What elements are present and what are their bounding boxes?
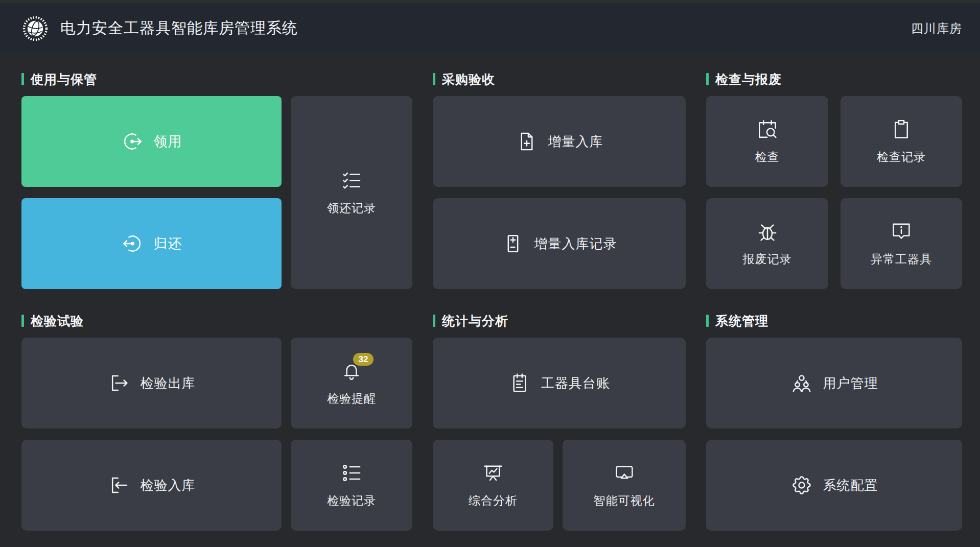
smart-visualization-card[interactable]: 智能可视化: [563, 440, 686, 531]
card-label: 检验记录: [327, 493, 376, 509]
checkout-button[interactable]: 领用: [21, 96, 282, 187]
section-header: 系统管理: [706, 313, 962, 329]
card-label: 检验出库: [141, 374, 196, 392]
test-reminder-card[interactable]: 32 检验提醒: [291, 338, 412, 429]
scrap-records-card[interactable]: 报废记录: [706, 198, 828, 289]
card-label: 检验入库: [141, 477, 196, 494]
comprehensive-analysis-card[interactable]: 综合分析: [433, 440, 553, 531]
card-label: 领还记录: [327, 200, 376, 216]
accent-bar: [706, 315, 709, 327]
section-header: 使用与保管: [21, 71, 412, 87]
card-label: 增量入库: [548, 133, 603, 151]
checkout-icon: [121, 130, 144, 153]
bell-icon: 32: [340, 360, 363, 382]
card-label: 智能可视化: [594, 493, 655, 509]
system-config-card[interactable]: 系统配置: [706, 440, 962, 531]
bracket-arrow-right-icon: [108, 372, 130, 394]
section-header: 统计与分析: [433, 313, 686, 329]
file-plus-icon: [516, 130, 538, 153]
increment-inbound-records-card[interactable]: 增量入库记录: [433, 198, 686, 289]
presentation-chart-icon: [482, 462, 504, 484]
app-title: 电力安全工器具智能库房管理系统: [60, 18, 298, 39]
accent-bar: [433, 315, 435, 327]
section-system: 系统管理 用户管理: [706, 313, 962, 531]
test-inbound-card[interactable]: 检验入库: [21, 440, 282, 531]
inspect-records-card[interactable]: 检查记录: [841, 96, 962, 187]
bug-icon: [756, 220, 779, 243]
increment-inbound-card[interactable]: 增量入库: [433, 96, 686, 187]
section-title: 采购验收: [442, 71, 495, 88]
section-title: 检查与报废: [715, 71, 782, 88]
section-title: 系统管理: [715, 313, 768, 329]
card-label: 归还: [154, 234, 182, 253]
test-records-card[interactable]: 检验记录: [291, 440, 412, 531]
state-grid-logo-icon: [21, 15, 49, 42]
gear-icon: [790, 474, 813, 496]
abnormal-tools-card[interactable]: 异常工器具: [841, 198, 962, 289]
ledger-icon: [508, 372, 531, 394]
card-label: 系统配置: [823, 477, 878, 494]
section-title: 使用与保管: [31, 71, 97, 88]
tool-ledger-card[interactable]: 工器具台账: [433, 338, 686, 429]
return-button[interactable]: 归还: [21, 198, 282, 289]
cast-screen-icon: [613, 462, 636, 484]
card-label: 检查记录: [877, 149, 926, 165]
return-icon: [121, 232, 144, 255]
message-info-icon: [890, 220, 913, 243]
checklist-icon: [340, 169, 363, 192]
user-management-card[interactable]: 用户管理: [706, 338, 962, 429]
bracket-arrow-left-icon: [108, 474, 130, 496]
accent-bar: [706, 73, 709, 85]
section-header: 检查与报废: [706, 71, 962, 87]
card-label: 检查: [755, 149, 780, 165]
warehouse-name: 四川库房: [911, 20, 962, 37]
section-title: 检验试验: [31, 313, 84, 329]
section-procurement: 采购验收 增量入库: [433, 71, 686, 289]
accent-bar: [21, 315, 24, 327]
app-header: 电力安全工器具智能库房管理系统 四川库房: [0, 0, 980, 54]
section-statistics: 统计与分析 工器具台账: [433, 313, 686, 531]
section-inspection-scrap: 检查与报废 检查: [706, 71, 962, 289]
reminder-count-badge: 32: [353, 353, 374, 366]
clipboard-icon: [890, 118, 913, 140]
calendar-search-icon: [756, 118, 779, 140]
accent-bar: [433, 73, 435, 85]
main-grid: 使用与保管 领用: [0, 54, 980, 531]
dotted-list-icon: [340, 462, 363, 484]
borrow-return-records-card[interactable]: 领还记录: [291, 96, 412, 289]
card-label: 异常工器具: [871, 251, 932, 267]
section-usage-storage: 使用与保管 领用: [21, 71, 412, 289]
section-header: 采购验收: [433, 71, 686, 87]
users-icon: [790, 372, 813, 394]
section-header: 检验试验: [21, 313, 412, 329]
plus-minus-doc-icon: [502, 232, 524, 255]
card-label: 领用: [154, 132, 182, 151]
card-label: 检验提醒: [327, 391, 376, 407]
card-label: 工器具台账: [541, 374, 610, 392]
test-outbound-card[interactable]: 检验出库: [21, 338, 282, 429]
section-testing: 检验试验 检验出库: [21, 313, 412, 531]
card-label: 增量入库记录: [534, 235, 617, 253]
accent-bar: [21, 73, 24, 85]
inspect-card[interactable]: 检查: [706, 96, 828, 187]
card-label: 报废记录: [743, 251, 792, 267]
card-label: 用户管理: [823, 374, 878, 392]
section-title: 统计与分析: [442, 313, 508, 329]
card-label: 综合分析: [469, 493, 518, 509]
